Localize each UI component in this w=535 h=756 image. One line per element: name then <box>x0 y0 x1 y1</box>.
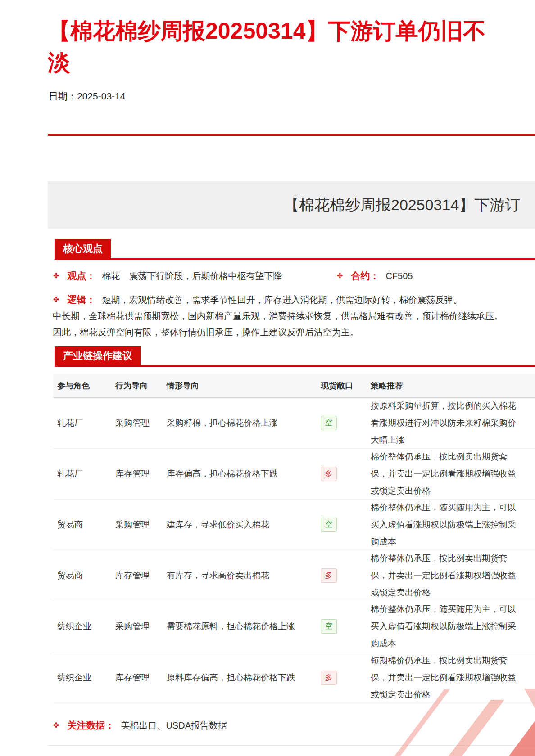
behavior-cell: 库存管理 <box>115 468 150 480</box>
strategy-table: 参与角色 行为导向 情形导向 现货敞口 策略推荐 轧花厂 采购管理 采购籽棉，担… <box>53 374 535 703</box>
strategy-cell: 棉价整体仍承压，随买随用为主，可以 买入虚值看涨期权以防极端上涨控制采 购成本 <box>371 601 516 652</box>
behavior-cell: 库存管理 <box>115 570 150 581</box>
logic-label: 逻辑： <box>67 293 95 306</box>
chain-underline <box>55 365 535 367</box>
banner-title: 【棉花棉纱周报20250314】下游订 <box>284 181 520 229</box>
strategy-line: 棉价整体仍承压，按比例卖出期货套 <box>371 550 516 567</box>
strategy-line: 或锁定卖出价格 <box>371 584 516 601</box>
date-value: 2025-03-14 <box>77 91 125 101</box>
strategy-line: 保，并卖出一定比例看涨期权增强收益 <box>371 669 516 686</box>
strategy-line: 保，并卖出一定比例看涨期权增强收益 <box>371 465 516 482</box>
exposure-badge-long: 多 <box>321 670 337 685</box>
logic-paragraph-2: 中长期，全球棉花供需预期宽松，国内新棉产量乐观，消费持续弱恢复，供需格局难有改善… <box>53 310 503 322</box>
strategy-line: 短期棉价仍承压，按比例卖出期货套 <box>371 652 516 669</box>
report-page: 【棉花棉纱周报20250314】下游订单仍旧不 淡 日期：2025-03-14 … <box>0 0 535 756</box>
role-cell: 轧花厂 <box>57 468 83 480</box>
scenario-cell: 采购籽棉，担心棉花价格上涨 <box>167 417 278 429</box>
table-row: 轧花厂 库存管理 库存偏高，担心棉花价格下跌 多 棉价整体仍承压，按比例卖出期货… <box>53 449 535 500</box>
section-header-chain: 产业链操作建议 <box>55 346 141 365</box>
strategy-line: 或锁定卖出价格 <box>371 686 516 703</box>
clover-bullet-icon: ✤ <box>53 270 59 282</box>
strategy-line: 棉价整体仍承压，随买随用为主，可以 <box>371 499 516 516</box>
role-cell: 纺织企业 <box>57 621 91 632</box>
table-row: 纺织企业 库存管理 原料库存偏高，担心棉花价格下跌 多 短期棉价仍承压，按比例卖… <box>53 652 535 703</box>
page-title-line1: 【棉花棉纱周报20250314】下游订单仍旧不 <box>48 15 485 47</box>
strategy-line: 看涨期权进行对冲以防未来籽棉采购价 <box>371 414 516 432</box>
bottom-divider <box>48 745 535 746</box>
date-line: 日期：2025-03-14 <box>49 90 125 103</box>
table-row: 贸易商 采购管理 建库存，寻求低价买入棉花 空 棉价整体仍承压，随买随用为主，可… <box>53 500 535 550</box>
focus-data-label: 关注数据： <box>67 719 114 732</box>
exposure-badge-long: 多 <box>321 568 337 583</box>
behavior-cell: 采购管理 <box>115 417 150 429</box>
viewpoint-text: 棉花 震荡下行阶段，后期价格中枢有望下降 <box>102 270 282 282</box>
strategy-cell: 按原料采购量折算，按比例的买入棉花 看涨期权进行对冲以防未来籽棉采购价 大幅上涨 <box>371 397 516 449</box>
behavior-cell: 库存管理 <box>115 672 150 684</box>
exposure-badge-short: 空 <box>321 518 337 532</box>
strategy-line: 大幅上涨 <box>371 432 516 449</box>
logic-row: ✤ 逻辑： 短期，宏观情绪改善，需求季节性回升，库存进入消化期，供需边际好转，棉… <box>53 293 462 306</box>
strategy-line: 买入虚值看涨期权以防极端上涨控制采 <box>371 516 516 533</box>
behavior-cell: 采购管理 <box>115 621 150 632</box>
focus-data-row: ✤ 关注数据： 美棉出口、USDA报告数据 <box>53 719 227 732</box>
scenario-cell: 库存偏高，担心棉花价格下跌 <box>167 468 278 480</box>
strategy-cell: 棉价整体仍承压，按比例卖出期货套 保，并卖出一定比例看涨期权增强收益 或锁定卖出… <box>371 448 516 500</box>
contract-label: 合约： <box>351 270 379 282</box>
exposure-badge-long: 多 <box>321 467 337 481</box>
table-row: 贸易商 库存管理 有库存，寻求高价卖出棉花 多 棉价整体仍承压，按比例卖出期货套… <box>53 550 535 601</box>
strategy-line: 买入虚值看涨期权以防极端上涨控制采 <box>371 618 516 635</box>
logic-paragraph-3: 因此，棉花反弹空间有限，整体行情仍旧承压，操作上建议反弹后沽空为主。 <box>53 326 359 338</box>
strategy-line: 棉价整体仍承压，随买随用为主，可以 <box>371 601 516 618</box>
viewpoint-label: 观点： <box>67 270 95 282</box>
section-header-core: 核心观点 <box>55 239 111 258</box>
strategy-cell: 棉价整体仍承压，按比例卖出期货套 保，并卖出一定比例看涨期权增强收益 或锁定卖出… <box>371 550 516 601</box>
strategy-line: 按原料采购量折算，按比例的买入棉花 <box>371 397 516 414</box>
core-underline <box>55 258 535 260</box>
red-divider <box>48 134 535 136</box>
role-cell: 贸易商 <box>57 570 83 581</box>
clover-bullet-icon: ✤ <box>53 719 59 732</box>
exposure-badge-short: 空 <box>321 416 337 430</box>
strategy-cell: 短期棉价仍承压，按比例卖出期货套 保，并卖出一定比例看涨期权增强收益 或锁定卖出… <box>371 652 516 703</box>
exposure-badge-short: 空 <box>321 619 337 634</box>
focus-data-text: 美棉出口、USDA报告数据 <box>121 719 227 732</box>
table-row: 纺织企业 采购管理 需要棉花原料，担心棉花价格上涨 空 棉价整体仍承压，随买随用… <box>53 601 535 652</box>
strategy-cell: 棉价整体仍承压，随买随用为主，可以 买入虚值看涨期权以防极端上涨控制采 购成本 <box>371 499 516 550</box>
column-header-behavior: 行为导向 <box>115 380 148 391</box>
strategy-line: 购成本 <box>371 533 516 550</box>
strategy-line: 购成本 <box>371 635 516 652</box>
table-header-row: 参与角色 行为导向 情形导向 现货敞口 策略推荐 <box>53 374 535 398</box>
viewpoint-row: ✤ 观点： 棉花 震荡下行阶段，后期价格中枢有望下降 <box>53 270 282 282</box>
page-title-line2: 淡 <box>48 47 70 78</box>
column-header-scenario: 情形导向 <box>167 380 199 391</box>
strategy-line: 棉价整体仍承压，按比例卖出期货套 <box>371 448 516 465</box>
contract-value: CF505 <box>385 270 413 282</box>
clover-bullet-icon: ✤ <box>53 293 59 306</box>
scenario-cell: 建库存，寻求低价买入棉花 <box>167 519 269 531</box>
table-row: 轧花厂 采购管理 采购籽棉，担心棉花价格上涨 空 按原料采购量折算，按比例的买入… <box>53 398 535 449</box>
date-label: 日期： <box>49 91 77 101</box>
role-cell: 轧花厂 <box>57 417 83 429</box>
strategy-line: 或锁定卖出价格 <box>371 482 516 500</box>
role-cell: 纺织企业 <box>57 672 91 684</box>
report-content: 【棉花棉纱周报20250314】下游订单仍旧不 淡 日期：2025-03-14 … <box>48 0 535 756</box>
column-header-exposure: 现货敞口 <box>321 380 353 391</box>
behavior-cell: 采购管理 <box>115 519 150 531</box>
logic-line1: 短期，宏观情绪改善，需求季节性回升，库存进入消化期，供需边际好转，棉价震荡反弹。 <box>102 293 462 306</box>
scenario-cell: 需要棉花原料，担心棉花价格上涨 <box>167 621 295 632</box>
clover-bullet-icon: ✤ <box>337 270 343 282</box>
contract-row: ✤ 合约： CF505 <box>337 270 413 282</box>
column-header-role: 参与角色 <box>57 380 90 391</box>
scenario-cell: 有库存，寻求高价卖出棉花 <box>167 570 269 581</box>
role-cell: 贸易商 <box>57 519 83 531</box>
scenario-cell: 原料库存偏高，担心棉花价格下跌 <box>167 672 295 684</box>
report-banner: 【棉花棉纱周报20250314】下游订 <box>48 181 535 229</box>
column-header-strategy: 策略推荐 <box>371 380 403 391</box>
strategy-line: 保，并卖出一定比例看涨期权增强收益 <box>371 567 516 584</box>
